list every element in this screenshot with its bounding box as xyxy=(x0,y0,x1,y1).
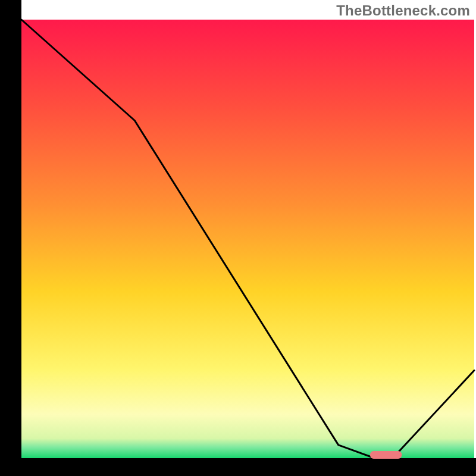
chart-stage: TheBottleneck.com xyxy=(0,0,476,476)
bottleneck-chart xyxy=(0,0,476,476)
plot-background xyxy=(21,20,474,458)
optimal-range-marker xyxy=(370,451,402,459)
watermark-text: TheBottleneck.com xyxy=(336,2,470,19)
axis-left xyxy=(0,0,21,476)
axis-bottom xyxy=(0,458,476,476)
